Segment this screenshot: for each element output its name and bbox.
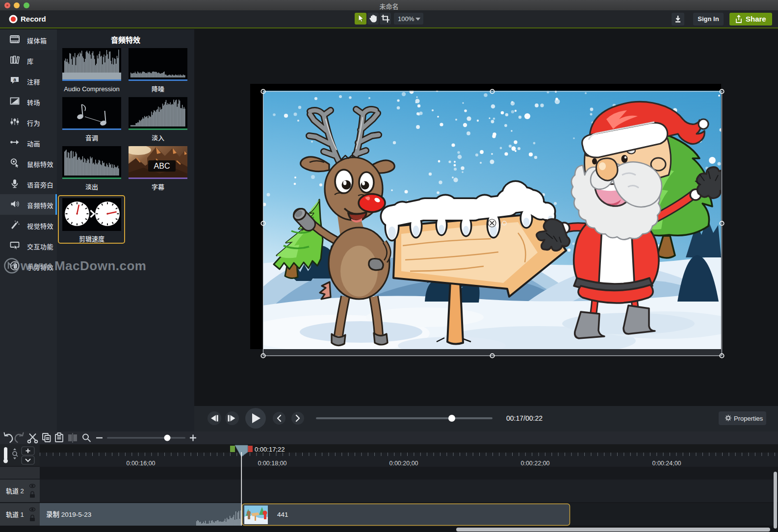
svg-text:0:00:22;00: 0:00:22;00	[520, 460, 549, 467]
svg-text:Properties: Properties	[734, 415, 763, 422]
svg-text:0:00:16;00: 0:00:16;00	[126, 460, 155, 467]
svg-text:录制 2019-5-23: 录制 2019-5-23	[46, 509, 91, 519]
svg-text:0:00:18;00: 0:00:18;00	[258, 460, 286, 467]
svg-text:0:00:20;00: 0:00:20;00	[389, 460, 418, 467]
svg-text:0:00:24;00: 0:00:24;00	[652, 460, 681, 467]
svg-text:a: a	[13, 77, 16, 82]
svg-text:轨道 1: 轨道 1	[6, 509, 24, 519]
svg-text:0:00:17;22: 0:00:17;22	[255, 446, 285, 453]
svg-text:441: 441	[277, 511, 288, 518]
svg-text:00:17/00:22: 00:17/00:22	[506, 414, 543, 422]
svg-text:轨道 2: 轨道 2	[6, 486, 24, 495]
svg-text:ABC: ABC	[154, 162, 170, 170]
